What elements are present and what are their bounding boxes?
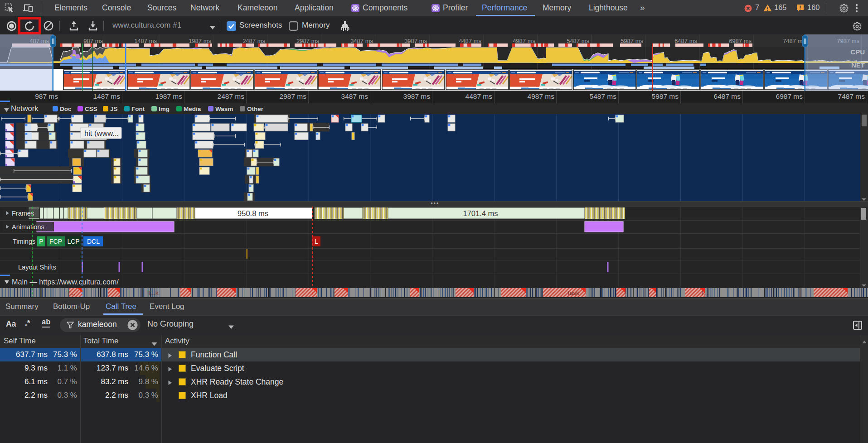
svg-text:3987 ms: 3987 ms — [404, 38, 427, 44]
svg-text:1701.4 ms: 1701.4 ms — [463, 209, 498, 217]
svg-text:3487 ms: 3487 ms — [350, 38, 373, 44]
svg-text:T...: T... — [67, 289, 75, 296]
svg-text:2487 ms: 2487 ms — [242, 38, 265, 44]
svg-text:6487 ms: 6487 ms — [674, 38, 697, 44]
svg-text:1987 ms: 1987 ms — [189, 38, 211, 44]
svg-text:5987 ms: 5987 ms — [621, 38, 643, 44]
svg-text:CPU: CPU — [850, 48, 865, 56]
svg-text:4987 ms: 4987 ms — [513, 38, 535, 44]
svg-text:Animations: Animations — [12, 223, 44, 231]
svg-text:1487 ms: 1487 ms — [134, 38, 157, 44]
svg-text:T...k: T...k — [147, 289, 159, 296]
svg-text:5487 ms: 5487 ms — [567, 38, 589, 44]
svg-text:Main — https://www.cultura.com: Main — https://www.cultura.com/ — [12, 278, 119, 286]
svg-text:L: L — [315, 238, 318, 245]
svg-text:Frames: Frames — [12, 210, 34, 217]
svg-text:FCP: FCP — [49, 238, 62, 245]
svg-text:987 ms: 987 ms — [83, 38, 103, 44]
svg-text:hit (www...: hit (www... — [84, 129, 119, 137]
svg-text:NET: NET — [851, 61, 865, 69]
svg-text:P: P — [39, 238, 43, 245]
svg-text:950.8 ms: 950.8 ms — [238, 209, 268, 217]
svg-text:LCP: LCP — [67, 238, 79, 245]
svg-text:6987 ms: 6987 ms — [729, 38, 752, 44]
svg-text:T...: T... — [700, 289, 708, 296]
svg-text:Layout Shifts: Layout Shifts — [18, 264, 56, 271]
svg-text:Task: Task — [567, 289, 579, 296]
svg-text:DCL: DCL — [87, 238, 100, 245]
svg-text:4487 ms: 4487 ms — [459, 38, 481, 44]
svg-text:2987 ms: 2987 ms — [296, 38, 319, 44]
